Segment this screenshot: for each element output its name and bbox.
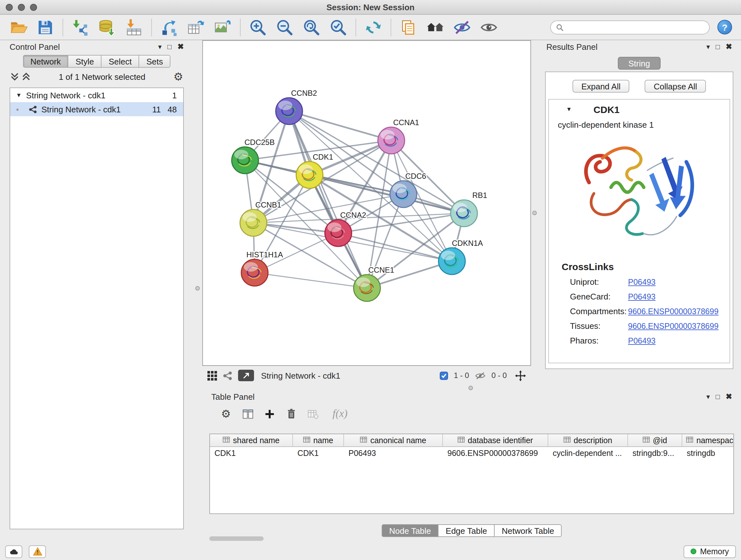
column-header--id[interactable]: @id: [628, 434, 682, 446]
edge-CCNB2-CCNE1[interactable]: [289, 111, 367, 288]
edge-HIST1H1A-CCNE1[interactable]: [255, 273, 367, 288]
crosslink-value-link[interactable]: 9606.ENSP00000378699: [628, 307, 719, 316]
refresh-button[interactable]: [364, 17, 383, 37]
table-cell[interactable]: CDK1: [293, 447, 344, 459]
table-cell[interactable]: stringdb:9...: [628, 447, 682, 459]
network-node-CDKN1A[interactable]: CDKN1A: [439, 239, 483, 274]
panel-close-icon[interactable]: ✖: [726, 392, 732, 401]
grid-view-icon[interactable]: [207, 371, 217, 380]
panel-close-icon[interactable]: ✖: [726, 42, 732, 51]
function-builder-button[interactable]: f(x): [333, 408, 347, 420]
tab-network-table[interactable]: Network Table: [494, 524, 562, 537]
expand-all-icon[interactable]: [22, 72, 30, 81]
edge-CCNB2-RB1[interactable]: [289, 111, 464, 213]
tab-string[interactable]: String: [617, 57, 661, 70]
pan-move-icon[interactable]: [515, 370, 526, 381]
hidden-eye-slash-icon[interactable]: [475, 371, 486, 380]
help-button[interactable]: ?: [718, 20, 732, 35]
import-table-button[interactable]: [125, 17, 144, 37]
open-session-button[interactable]: [9, 17, 28, 37]
panel-close-icon[interactable]: ✖: [178, 42, 184, 51]
cloud-status-button[interactable]: [5, 545, 22, 558]
tab-node-table[interactable]: Node Table: [381, 524, 439, 537]
zoom-out-button[interactable]: [275, 17, 294, 37]
network-selection-status: 1 of 1 Network selected: [33, 72, 171, 81]
save-session-button[interactable]: [36, 17, 55, 37]
open-folder-icon: [10, 18, 27, 36]
collapse-all-button[interactable]: Collapse All: [645, 80, 706, 92]
table-cell[interactable]: stringdb: [682, 447, 734, 459]
column-header-description[interactable]: description: [548, 434, 628, 446]
panel-float-icon[interactable]: □: [716, 393, 720, 400]
clone-network-button[interactable]: [399, 17, 418, 37]
table-cell[interactable]: P06493: [344, 447, 443, 459]
birdseye-toggle-button[interactable]: [238, 370, 254, 381]
panel-menu-icon[interactable]: ▾: [706, 43, 710, 51]
network-node-CDK1[interactable]: CDK1: [296, 152, 333, 188]
table-cell[interactable]: CDK1: [210, 447, 293, 459]
network-graph[interactable]: CCNB2CCNA1CDC25BCDK1CDC6RB1CCNB1CCNA2CDK…: [203, 41, 530, 365]
panel-menu-icon[interactable]: ▾: [706, 392, 710, 401]
panel-menu-icon[interactable]: ▾: [158, 43, 162, 51]
table-horizontal-scrollbar[interactable]: [209, 537, 264, 541]
import-network-button[interactable]: [71, 17, 90, 37]
zoom-in-button[interactable]: [248, 17, 267, 37]
network-collection-row[interactable]: ▼ String Network - cdk1 1: [10, 88, 183, 102]
tab-style[interactable]: Style: [68, 55, 102, 68]
zoom-selected-button[interactable]: [329, 17, 348, 37]
show-columns-button[interactable]: [241, 407, 255, 421]
disclosure-triangle-icon[interactable]: ▼: [566, 106, 572, 112]
selected-checkbox-icon[interactable]: [440, 371, 448, 380]
create-column-button[interactable]: [262, 407, 276, 421]
panel-resize-handle[interactable]: [195, 286, 200, 291]
panel-float-icon[interactable]: □: [167, 43, 172, 51]
crosslink-value-link[interactable]: P06493: [628, 292, 656, 301]
table-row[interactable]: CDK1CDK1P064939606.ENSP00000378699cyclin…: [210, 447, 733, 459]
warnings-button[interactable]: [29, 545, 46, 558]
search-input[interactable]: [567, 23, 704, 32]
column-header-namespac[interactable]: namespac: [682, 434, 734, 446]
tab-network[interactable]: Network: [23, 55, 68, 68]
export-table-button[interactable]: [186, 17, 205, 37]
network-node-HIST1H1A[interactable]: HIST1H1A: [241, 250, 283, 286]
crosslink-value-link[interactable]: P06493: [628, 336, 656, 345]
table-cell[interactable]: 9606.ENSP00000378699: [443, 447, 548, 459]
panel-float-icon[interactable]: □: [716, 43, 720, 51]
collapse-all-icon[interactable]: [10, 72, 19, 81]
hide-selected-button[interactable]: [453, 17, 472, 37]
network-node-CCNA1[interactable]: CCNA1: [378, 118, 419, 154]
column-header-name[interactable]: name: [293, 434, 344, 446]
table-cell[interactable]: cyclin-dependent ...: [548, 447, 628, 459]
first-neighbors-button[interactable]: [426, 17, 445, 37]
column-header-database-identifier[interactable]: database identifier: [443, 434, 548, 446]
panel-resize-handle[interactable]: [532, 211, 537, 215]
network-node-CCNB2[interactable]: CCNB2: [276, 89, 317, 125]
table-settings-gear-icon[interactable]: ⚙: [219, 407, 233, 421]
delete-table-button[interactable]: [306, 407, 320, 421]
zoom-fit-button[interactable]: [302, 17, 321, 37]
import-database-button[interactable]: [98, 17, 117, 37]
export-image-button[interactable]: [213, 17, 232, 37]
show-all-button[interactable]: [479, 17, 498, 37]
network-node-RB1[interactable]: RB1: [451, 191, 487, 227]
memory-button[interactable]: Memory: [684, 545, 736, 558]
crosslink-value-link[interactable]: P06493: [628, 277, 656, 287]
tab-sets[interactable]: Sets: [139, 55, 171, 68]
disclosure-triangle-icon[interactable]: ▼: [16, 92, 22, 98]
network-row-selected[interactable]: ● String Network - cdk1 11 48: [10, 102, 183, 116]
column-header-shared-name[interactable]: shared name: [210, 434, 293, 446]
toolbar-search-field[interactable]: [550, 20, 710, 34]
panel-resize-handle[interactable]: [468, 386, 473, 390]
expand-all-button[interactable]: Expand All: [572, 80, 630, 92]
crosslink-value-link[interactable]: 9606.ENSP00000378699: [628, 321, 719, 330]
delete-column-button[interactable]: [284, 407, 298, 421]
protein-header[interactable]: ▼ CDK1: [549, 100, 730, 116]
tab-edge-table[interactable]: Edge Table: [438, 524, 495, 537]
gear-icon[interactable]: ⚙: [174, 71, 184, 82]
network-node-CDC25B[interactable]: CDC25B: [232, 138, 275, 174]
share-view-icon[interactable]: [223, 371, 232, 380]
column-header-canonical-name[interactable]: canonical name: [344, 434, 443, 446]
tab-select[interactable]: Select: [101, 55, 139, 68]
network-canvas[interactable]: CCNB2CCNA1CDC25BCDK1CDC6RB1CCNB1CCNA2CDK…: [202, 40, 531, 366]
export-network-button[interactable]: [159, 17, 179, 37]
